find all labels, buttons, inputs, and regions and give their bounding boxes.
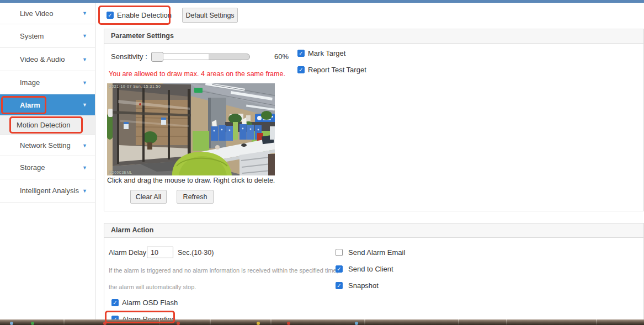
mark-target-checkbox[interactable]: ✓ (297, 50, 305, 57)
taskbar-button-divider (159, 319, 160, 325)
sidebar: Live Video ▼ System ▼ Video & Audio ▼ Im… (0, 3, 95, 319)
max-areas-warning: You are allowed to draw max. 4 areas on … (109, 70, 285, 78)
parameter-settings-title: Parameter Settings (104, 29, 643, 44)
taskbar-app-icon[interactable] (355, 322, 358, 325)
chevron-down-icon: ▼ (82, 57, 87, 62)
motion-detection-settings-page: Live Video ▼ System ▼ Video & Audio ▼ Im… (0, 0, 644, 325)
enable-detection-label: Enable Detection (117, 11, 172, 19)
snapshot-checkbox[interactable]: ✓ (336, 282, 343, 289)
taskbar-button-divider (63, 319, 65, 325)
alarm-osd-flash-checkbox[interactable]: ✓ (111, 299, 119, 306)
sidebar-item-label: Motion Detection (17, 121, 71, 129)
alarm-delay-label: Alarm Delay (109, 249, 146, 257)
taskbar-app-icon[interactable] (103, 322, 107, 325)
sensitivity-label: Sensitivity : (111, 52, 147, 61)
sidebar-item-video-audio[interactable]: Video & Audio ▼ (0, 48, 95, 71)
report-test-target-label: Report Test Target (308, 66, 366, 74)
send-alarm-email-checkbox[interactable]: ✓ (336, 249, 343, 256)
taskbar-button-divider (506, 319, 507, 325)
sidebar-item-label: Network Setting (20, 141, 71, 150)
sidebar-divider (95, 3, 95, 319)
chevron-down-icon: ▼ (82, 188, 87, 194)
snapshot-label: Snapshot (348, 281, 379, 290)
sensitivity-slider-fill (156, 54, 209, 60)
sidebar-item-label: Alarm (20, 101, 40, 109)
sidebar-item-label: Video & Audio (20, 55, 65, 63)
taskbar-button-divider (210, 319, 211, 325)
check-icon: ✓ (299, 67, 303, 73)
check-icon: ✓ (113, 300, 117, 306)
sidebar-item-network-setting[interactable]: Network Setting ▼ (0, 135, 95, 156)
sensitivity-value: 60% (274, 52, 289, 61)
send-to-client-label: Send to Client (348, 265, 393, 273)
taskbar-app-icon[interactable] (177, 322, 180, 325)
chevron-down-icon: ▼ (82, 80, 87, 86)
alarm-osd-flash-label: Alarm OSD Flash (122, 299, 178, 307)
mark-target-label: Mark Target (308, 49, 345, 57)
check-icon: ✓ (299, 50, 303, 56)
taskbar-button-divider (270, 319, 272, 325)
sidebar-item-label: System (20, 32, 44, 40)
send-alarm-email-label: Send Alarm Email (348, 248, 405, 257)
camera-preview-image (107, 83, 275, 175)
alarm-delay-unit: Sec.(10-30) (178, 249, 214, 257)
check-icon: ✓ (337, 266, 341, 272)
chevron-down-icon: ▼ (82, 33, 87, 39)
chevron-down-icon: ▼ (82, 143, 87, 148)
alarm-action-panel: Alarm Action Alarm Delay Sec.(10-30) If … (104, 223, 644, 320)
sidebar-item-label: Storage (20, 163, 45, 172)
draw-instruction-text: Click and drag the mouse to draw. Right … (107, 177, 275, 184)
refresh-button[interactable]: Refresh (177, 190, 214, 204)
taskbar[interactable] (0, 319, 644, 325)
send-to-client-checkbox[interactable]: ✓ (336, 265, 343, 273)
taskbar-app-icon[interactable] (10, 322, 13, 325)
sidebar-item-label: Image (20, 78, 40, 87)
check-icon: ✓ (108, 12, 112, 18)
taskbar-button-divider (596, 319, 597, 325)
taskbar-app-icon[interactable] (31, 322, 34, 325)
sidebar-item-live-video[interactable]: Live Video ▼ (0, 3, 95, 24)
chevron-down-icon: ▼ (82, 10, 87, 16)
sidebar-item-alarm[interactable]: Alarm ▼ (0, 94, 95, 115)
motion-area-drawing-canvas[interactable]: 2021-10-07 Sun. 15:31:50 1D00C3EML (107, 83, 275, 175)
preview-timestamp-overlay: 2021-10-07 Sun. 15:31:50 (109, 84, 161, 88)
alarm-action-title: Alarm Action (104, 223, 643, 238)
check-icon: ✓ (337, 283, 341, 289)
alarm-note-line1: If the alarm is triggered and no alarm i… (109, 267, 338, 274)
taskbar-button-divider (458, 319, 459, 325)
alarm-delay-input[interactable] (147, 247, 173, 258)
taskbar-app-icon[interactable] (257, 322, 260, 325)
sidebar-item-label: Live Video (20, 9, 53, 18)
sidebar-item-storage[interactable]: Storage ▼ (0, 156, 95, 179)
sidebar-item-image[interactable]: Image ▼ (0, 71, 95, 94)
sidebar-item-intelligent-analysis[interactable]: Intelligent Analysis ▼ (0, 179, 95, 203)
taskbar-app-icon[interactable] (287, 322, 290, 325)
sensitivity-slider-handle[interactable] (151, 52, 163, 62)
alarm-note-line2: the alarm will automatically stop. (109, 284, 196, 290)
sidebar-item-label: Intelligent Analysis (20, 187, 79, 195)
sidebar-item-motion-detection[interactable]: Motion Detection (0, 115, 95, 135)
sensitivity-slider-track[interactable] (155, 54, 250, 60)
enable-detection-checkbox[interactable]: ✓ (107, 12, 114, 19)
parameter-settings-panel: Parameter Settings Sensitivity : 60% ✓ M… (104, 29, 644, 211)
taskbar-button-divider (364, 319, 365, 325)
report-test-target-checkbox[interactable]: ✓ (297, 66, 305, 73)
default-settings-button[interactable]: Default Settings (182, 8, 238, 23)
sidebar-item-system[interactable]: System ▼ (0, 24, 95, 48)
clear-all-button[interactable]: Clear All (130, 190, 167, 204)
top-accent-bar (0, 0, 644, 3)
chevron-down-icon: ▼ (82, 102, 87, 108)
chevron-down-icon: ▼ (82, 165, 87, 171)
preview-camera-name-overlay: 1D00C3EML (109, 171, 132, 174)
